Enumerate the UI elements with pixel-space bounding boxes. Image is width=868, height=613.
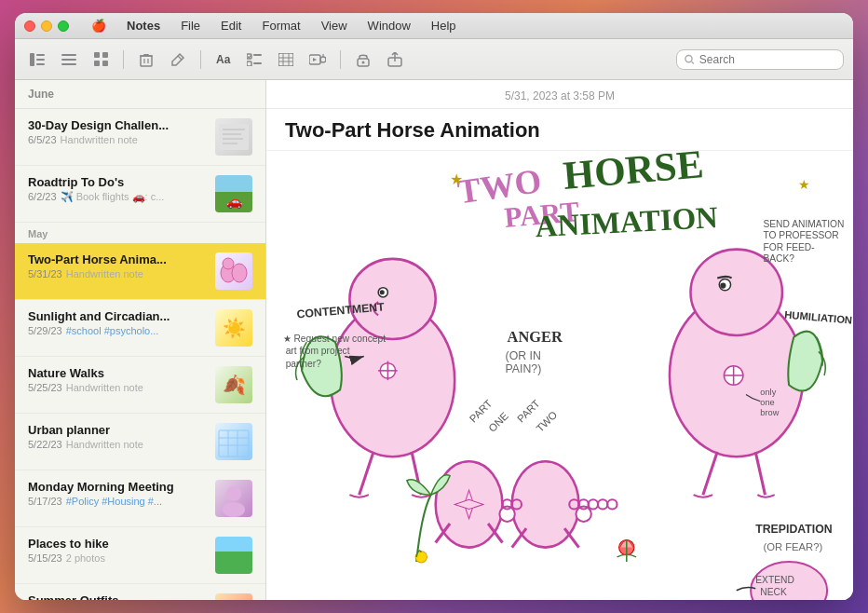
note-thumbnail (215, 423, 252, 460)
menu-help[interactable]: Help (427, 17, 460, 34)
note-item-urban-planner[interactable]: Urban planner 5/22/23 Handwritten note (15, 414, 265, 470)
menu-bar: 🍎 Notes File Edit Format View Window Hel… (88, 17, 460, 34)
trash-icon (140, 52, 153, 67)
svg-rect-4 (61, 54, 76, 56)
separator-2 (200, 50, 201, 69)
compose-icon (170, 52, 185, 67)
note-item-design-challenge[interactable]: 30-Day Design Challen... 6/5/23 Handwrit… (15, 109, 265, 166)
svg-text:only: only (760, 388, 776, 397)
list-view-button[interactable] (56, 47, 82, 73)
note-item-sunlight[interactable]: Sunlight and Circadian... 5/29/23 #schoo… (15, 300, 265, 357)
svg-text:EXTEND: EXTEND (755, 575, 794, 585)
svg-rect-5 (61, 59, 76, 61)
title-bar: 🍎 Notes File Edit Format View Window Hel… (15, 13, 853, 39)
note-item-summer-outfits[interactable]: Summer Outfits 5/15/23 👗 (15, 584, 265, 600)
menu-window[interactable]: Window (364, 17, 414, 34)
table-button[interactable] (273, 47, 299, 73)
delete-button[interactable] (133, 47, 159, 73)
search-input[interactable] (699, 53, 835, 66)
note-item-horse-animation[interactable]: Two-Part Horse Anima... 5/31/23 Handwrit… (15, 243, 265, 300)
compose-button[interactable] (165, 47, 191, 73)
note-date: 6/2/23 (28, 191, 57, 203)
media-button[interactable] (305, 47, 331, 73)
lock-button[interactable] (350, 47, 376, 73)
svg-line-35 (692, 61, 694, 63)
editor-content[interactable]: TWO PART HORSE ANIMATION ★ ★ (266, 151, 853, 600)
svg-point-43 (232, 264, 247, 282)
svg-point-57 (349, 259, 435, 339)
note-preview: #Policy #Housing #... (66, 496, 162, 507)
note-date: 5/31/23 (28, 268, 62, 279)
share-button[interactable] (382, 47, 408, 73)
share-icon (387, 52, 402, 67)
note-date: 5/25/23 (28, 382, 62, 393)
svg-point-34 (685, 55, 692, 61)
svg-text:TREPIDATION: TREPIDATION (755, 523, 833, 536)
svg-rect-9 (94, 61, 100, 66)
svg-line-16 (178, 56, 182, 60)
svg-rect-20 (253, 62, 262, 64)
svg-point-59 (380, 290, 385, 294)
note-title: 30-Day Design Challen... (28, 118, 206, 132)
svg-point-28 (320, 57, 326, 62)
svg-rect-11 (141, 56, 152, 66)
svg-rect-18 (253, 54, 262, 56)
note-editor: 5/31, 2023 at 3:58 PM Two-Part Horse Ani… (266, 80, 853, 600)
maximize-button[interactable] (58, 20, 69, 32)
note-timestamp: 5/31, 2023 at 3:58 PM (266, 80, 853, 109)
svg-text:BACK?: BACK? (763, 253, 794, 264)
svg-text:ANGER: ANGER (508, 328, 563, 346)
note-item-places-to-hike[interactable]: Places to hike 5/15/23 2 photos (15, 527, 265, 584)
note-title-main[interactable]: Two-Part Horse Animation (266, 109, 853, 151)
checklist-icon (247, 53, 262, 66)
menu-format[interactable]: Format (258, 17, 304, 34)
sketch-svg: TWO PART HORSE ANIMATION ★ ★ (266, 151, 853, 600)
note-date: 5/22/23 (28, 439, 62, 450)
table-icon (278, 53, 293, 66)
svg-text:(OR IN: (OR IN (506, 349, 541, 362)
note-preview: ✈️ Book flights 🚗: c... (61, 191, 165, 203)
menu-notes[interactable]: Notes (123, 17, 164, 34)
media-icon (309, 53, 326, 66)
app-window: 🍎 Notes File Edit Format View Window Hel… (15, 13, 853, 600)
svg-text:★: ★ (450, 170, 463, 187)
svg-rect-36 (219, 124, 249, 150)
svg-rect-3 (36, 63, 45, 65)
note-preview: 2 photos (66, 552, 105, 564)
grid-view-button[interactable] (88, 47, 114, 73)
search-bar[interactable] (676, 49, 844, 70)
svg-text:NECK: NECK (760, 587, 787, 597)
svg-rect-2 (36, 59, 45, 61)
svg-text:FOR FEED-: FOR FEED- (763, 242, 814, 252)
menu-edit[interactable]: Edit (217, 17, 245, 34)
note-title: Places to hike (28, 537, 206, 551)
separator-3 (340, 50, 341, 69)
minimize-button[interactable] (41, 20, 52, 32)
note-thumbnail: 🚗 (215, 175, 252, 212)
note-item-roadtrip[interactable]: Roadtrip To Do's 6/2/23 ✈️ Book flights … (15, 166, 265, 223)
note-date: 5/15/23 (28, 552, 62, 564)
format-button[interactable]: Aa (210, 47, 236, 73)
note-preview: Handwritten note (66, 439, 143, 450)
svg-rect-0 (30, 53, 34, 66)
note-item-monday-meeting[interactable]: Monday Morning Meeting 5/17/23 #Policy #… (15, 470, 265, 527)
sidebar-toggle-button[interactable] (24, 47, 50, 73)
note-thumbnail (215, 537, 252, 574)
note-item-nature-walks[interactable]: Nature Walks 5/25/23 Handwritten note 🍂 (15, 357, 265, 414)
sidebar-icon (30, 53, 45, 66)
note-title: Sunlight and Circadian... (28, 309, 206, 323)
svg-text:brow: brow (760, 408, 779, 417)
menu-file[interactable]: File (177, 17, 204, 34)
note-title: Roadtrip To Do's (28, 175, 206, 189)
svg-text:SEND ANIMATION: SEND ANIMATION (763, 219, 844, 229)
note-preview: Handwritten note (66, 268, 143, 279)
note-title: Two-Part Horse Anima... (28, 252, 206, 266)
toolbar: Aa (15, 39, 853, 80)
close-button[interactable] (24, 20, 35, 32)
checklist-button[interactable] (241, 47, 267, 73)
menu-view[interactable]: View (318, 17, 351, 34)
note-thumbnail (215, 480, 252, 517)
menu-apple[interactable]: 🍎 (88, 17, 110, 34)
svg-text:partner?: partner? (286, 359, 321, 369)
note-date: 6/5/23 (28, 134, 57, 145)
